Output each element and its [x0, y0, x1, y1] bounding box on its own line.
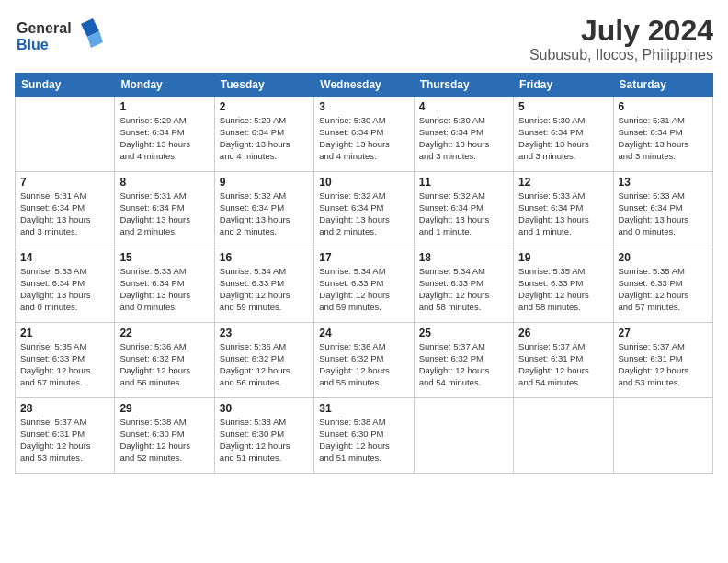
- day-number: 15: [119, 251, 209, 264]
- day-info: Sunrise: 5:34 AM Sunset: 6:33 PM Dayligh…: [419, 266, 508, 313]
- calendar-cell: 21Sunrise: 5:35 AM Sunset: 6:33 PM Dayli…: [16, 323, 115, 398]
- page: General Blue July 2024 Subusub, Ilocos, …: [0, 0, 728, 563]
- calendar-header-thursday: Thursday: [414, 74, 513, 97]
- day-info: Sunrise: 5:35 AM Sunset: 6:33 PM Dayligh…: [20, 341, 109, 388]
- svg-text:General: General: [17, 20, 72, 36]
- calendar-week-row: 1Sunrise: 5:29 AM Sunset: 6:34 PM Daylig…: [16, 97, 713, 172]
- calendar-cell: 18Sunrise: 5:34 AM Sunset: 6:33 PM Dayli…: [414, 247, 513, 323]
- calendar-cell: 7Sunrise: 5:31 AM Sunset: 6:34 PM Daylig…: [16, 172, 115, 247]
- calendar-cell: 29Sunrise: 5:38 AM Sunset: 6:30 PM Dayli…: [115, 398, 214, 474]
- day-info: Sunrise: 5:37 AM Sunset: 6:31 PM Dayligh…: [518, 341, 608, 388]
- calendar-cell: 22Sunrise: 5:36 AM Sunset: 6:32 PM Dayli…: [115, 323, 214, 398]
- day-info: Sunrise: 5:32 AM Sunset: 6:34 PM Dayligh…: [419, 190, 508, 237]
- calendar-header-row: SundayMondayTuesdayWednesdayThursdayFrid…: [16, 74, 713, 97]
- calendar-cell: 27Sunrise: 5:37 AM Sunset: 6:31 PM Dayli…: [613, 323, 712, 398]
- calendar-week-row: 28Sunrise: 5:37 AM Sunset: 6:31 PM Dayli…: [16, 398, 713, 474]
- day-info: Sunrise: 5:30 AM Sunset: 6:34 PM Dayligh…: [419, 115, 508, 162]
- day-info: Sunrise: 5:38 AM Sunset: 6:30 PM Dayligh…: [119, 417, 209, 464]
- day-number: 12: [518, 176, 608, 189]
- logo-icon: General Blue: [15, 15, 107, 56]
- calendar-cell: 9Sunrise: 5:32 AM Sunset: 6:34 PM Daylig…: [214, 172, 313, 247]
- day-info: Sunrise: 5:36 AM Sunset: 6:32 PM Dayligh…: [220, 341, 309, 388]
- day-info: Sunrise: 5:33 AM Sunset: 6:34 PM Dayligh…: [518, 190, 608, 237]
- day-info: Sunrise: 5:30 AM Sunset: 6:34 PM Dayligh…: [319, 115, 408, 162]
- day-number: 23: [220, 327, 309, 339]
- day-info: Sunrise: 5:37 AM Sunset: 6:32 PM Dayligh…: [419, 341, 508, 388]
- day-number: 31: [319, 402, 408, 415]
- calendar-cell: 11Sunrise: 5:32 AM Sunset: 6:34 PM Dayli…: [414, 172, 513, 247]
- calendar-header-wednesday: Wednesday: [314, 74, 414, 97]
- day-number: 6: [619, 100, 708, 113]
- calendar-cell: 25Sunrise: 5:37 AM Sunset: 6:32 PM Dayli…: [414, 323, 513, 398]
- calendar-cell: 3Sunrise: 5:30 AM Sunset: 6:34 PM Daylig…: [314, 97, 414, 172]
- calendar-week-row: 14Sunrise: 5:33 AM Sunset: 6:34 PM Dayli…: [16, 247, 713, 323]
- day-info: Sunrise: 5:36 AM Sunset: 6:32 PM Dayligh…: [319, 341, 408, 388]
- calendar-cell: 8Sunrise: 5:31 AM Sunset: 6:34 PM Daylig…: [115, 172, 214, 247]
- calendar-cell: [613, 398, 712, 474]
- day-number: 9: [220, 176, 309, 189]
- calendar-cell: 20Sunrise: 5:35 AM Sunset: 6:33 PM Dayli…: [613, 247, 712, 323]
- day-info: Sunrise: 5:32 AM Sunset: 6:34 PM Dayligh…: [319, 190, 408, 237]
- day-info: Sunrise: 5:33 AM Sunset: 6:34 PM Dayligh…: [619, 190, 708, 237]
- day-number: 20: [619, 251, 708, 264]
- day-number: 8: [119, 176, 209, 189]
- calendar-cell: [16, 97, 115, 172]
- day-number: 11: [419, 176, 508, 189]
- calendar-cell: 2Sunrise: 5:29 AM Sunset: 6:34 PM Daylig…: [214, 97, 313, 172]
- day-number: 18: [419, 251, 508, 264]
- title-block: July 2024 Subusub, Ilocos, Philippines: [529, 15, 713, 63]
- calendar-cell: 31Sunrise: 5:38 AM Sunset: 6:30 PM Dayli…: [314, 398, 414, 474]
- calendar-cell: 10Sunrise: 5:32 AM Sunset: 6:34 PM Dayli…: [314, 172, 414, 247]
- day-number: 7: [20, 176, 109, 189]
- calendar-cell: 1Sunrise: 5:29 AM Sunset: 6:34 PM Daylig…: [115, 97, 214, 172]
- day-info: Sunrise: 5:35 AM Sunset: 6:33 PM Dayligh…: [619, 266, 708, 313]
- calendar-cell: 17Sunrise: 5:34 AM Sunset: 6:33 PM Dayli…: [314, 247, 414, 323]
- calendar-week-row: 7Sunrise: 5:31 AM Sunset: 6:34 PM Daylig…: [16, 172, 713, 247]
- calendar-cell: 16Sunrise: 5:34 AM Sunset: 6:33 PM Dayli…: [214, 247, 313, 323]
- day-number: 19: [518, 251, 608, 264]
- day-number: 24: [319, 327, 408, 339]
- calendar-header-saturday: Saturday: [613, 74, 712, 97]
- day-info: Sunrise: 5:38 AM Sunset: 6:30 PM Dayligh…: [220, 417, 309, 464]
- day-info: Sunrise: 5:31 AM Sunset: 6:34 PM Dayligh…: [619, 115, 708, 162]
- calendar-cell: 4Sunrise: 5:30 AM Sunset: 6:34 PM Daylig…: [414, 97, 513, 172]
- calendar-header-sunday: Sunday: [16, 74, 115, 97]
- calendar-cell: [414, 398, 513, 474]
- day-number: 14: [20, 251, 109, 264]
- day-number: 21: [20, 327, 109, 339]
- calendar-cell: [514, 398, 613, 474]
- day-number: 26: [518, 327, 608, 339]
- calendar-cell: 12Sunrise: 5:33 AM Sunset: 6:34 PM Dayli…: [514, 172, 613, 247]
- calendar-cell: 19Sunrise: 5:35 AM Sunset: 6:33 PM Dayli…: [514, 247, 613, 323]
- day-info: Sunrise: 5:30 AM Sunset: 6:34 PM Dayligh…: [518, 115, 608, 162]
- day-number: 25: [419, 327, 508, 339]
- svg-text:Blue: Blue: [17, 37, 49, 52]
- calendar-cell: 6Sunrise: 5:31 AM Sunset: 6:34 PM Daylig…: [613, 97, 712, 172]
- day-number: 17: [319, 251, 408, 264]
- calendar-header-tuesday: Tuesday: [214, 74, 313, 97]
- day-info: Sunrise: 5:34 AM Sunset: 6:33 PM Dayligh…: [220, 266, 309, 313]
- day-number: 30: [220, 402, 309, 415]
- day-number: 27: [619, 327, 708, 339]
- day-info: Sunrise: 5:29 AM Sunset: 6:34 PM Dayligh…: [119, 115, 209, 162]
- day-number: 3: [319, 100, 408, 113]
- day-info: Sunrise: 5:37 AM Sunset: 6:31 PM Dayligh…: [20, 417, 109, 464]
- day-number: 2: [220, 100, 309, 113]
- day-number: 1: [119, 100, 209, 113]
- calendar-cell: 26Sunrise: 5:37 AM Sunset: 6:31 PM Dayli…: [514, 323, 613, 398]
- day-info: Sunrise: 5:33 AM Sunset: 6:34 PM Dayligh…: [20, 266, 109, 313]
- day-info: Sunrise: 5:32 AM Sunset: 6:34 PM Dayligh…: [220, 190, 309, 237]
- day-number: 28: [20, 402, 109, 415]
- calendar-cell: 28Sunrise: 5:37 AM Sunset: 6:31 PM Dayli…: [16, 398, 115, 474]
- calendar-week-row: 21Sunrise: 5:35 AM Sunset: 6:33 PM Dayli…: [16, 323, 713, 398]
- calendar-cell: 23Sunrise: 5:36 AM Sunset: 6:32 PM Dayli…: [214, 323, 313, 398]
- page-title: July 2024: [529, 15, 713, 47]
- day-info: Sunrise: 5:36 AM Sunset: 6:32 PM Dayligh…: [119, 341, 209, 388]
- calendar-table: SundayMondayTuesdayWednesdayThursdayFrid…: [15, 73, 713, 474]
- page-subtitle: Subusub, Ilocos, Philippines: [529, 47, 713, 63]
- calendar-cell: 13Sunrise: 5:33 AM Sunset: 6:34 PM Dayli…: [613, 172, 712, 247]
- day-info: Sunrise: 5:34 AM Sunset: 6:33 PM Dayligh…: [319, 266, 408, 313]
- day-number: 29: [119, 402, 209, 415]
- day-info: Sunrise: 5:31 AM Sunset: 6:34 PM Dayligh…: [20, 190, 109, 237]
- day-number: 16: [220, 251, 309, 264]
